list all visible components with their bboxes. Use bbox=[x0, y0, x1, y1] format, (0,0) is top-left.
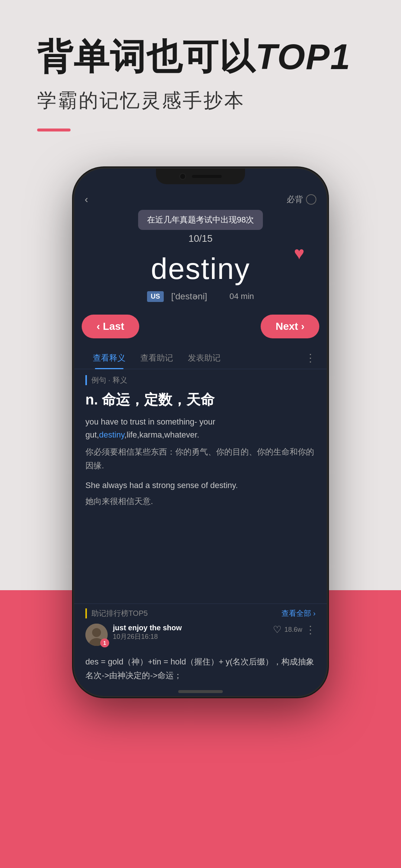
example2-zh: 她向来很相信天意. bbox=[85, 495, 316, 508]
phone-screen: ‹ 必背 在近几年真题考试中出现98次 10/15 ♥ bbox=[74, 169, 327, 696]
time-label: 04 min bbox=[229, 292, 254, 301]
notch-camera bbox=[179, 173, 186, 180]
bottom-indicator bbox=[178, 690, 223, 693]
progress-tooltip: 在近几年真题考试中出现98次 bbox=[138, 210, 263, 230]
mnemonic-section: 助记排行榜TOP5 查看全部 › bbox=[74, 604, 327, 650]
page-wrapper: 背单词也可以TOP1 学霸的记忆灵感手抄本 ‹ 必背 bbox=[0, 0, 401, 868]
mnemonic-title: 助记排行榜TOP5 bbox=[85, 608, 148, 618]
example2-text: She always had a strong sense of destiny… bbox=[85, 479, 316, 492]
example1-en2: ,life,karma,whatever. bbox=[124, 430, 199, 439]
main-title-text: 背单词也可以 bbox=[37, 37, 255, 77]
header-section: 背单词也可以TOP1 学霸的记忆灵感手抄本 bbox=[0, 0, 401, 146]
view-all-button[interactable]: 查看全部 › bbox=[281, 608, 316, 618]
svg-point-1 bbox=[92, 628, 101, 637]
word-type: n. 命运，定数，天命 bbox=[85, 390, 316, 409]
phone-container: ‹ 必背 在近几年真题考试中出现98次 10/15 ♥ bbox=[74, 169, 327, 696]
nav-buttons: ‹ Last Next › bbox=[74, 306, 327, 347]
mnemonic-card: 1 just enjoy the show 10月26日16:18 ♡ 18.6… bbox=[85, 624, 316, 646]
definition-section-label: 例句 · 释义 bbox=[85, 375, 316, 385]
notch-speaker bbox=[192, 175, 222, 178]
example1-zh: 你必须要相信某些东西：你的勇气、你的目的、你的生命和你的因缘. bbox=[85, 445, 316, 473]
tab-mnemonic-label: 查看助记 bbox=[140, 353, 173, 363]
phonetic-text: ['destəni] bbox=[171, 291, 207, 302]
example2-en-prefix: She always had a strong sense of bbox=[85, 481, 210, 490]
tab-definition-label: 查看释义 bbox=[93, 353, 125, 363]
main-title: 背单词也可以TOP1 bbox=[37, 37, 371, 77]
sub-title: 学霸的记忆灵感手抄本 bbox=[37, 88, 371, 114]
avatar-badge: 1 bbox=[100, 638, 109, 647]
must-memorize-toggle[interactable]: 必背 bbox=[287, 194, 316, 205]
must-circle-icon bbox=[306, 194, 316, 205]
mnemonic-actions: ♡ 18.6w ⋮ bbox=[273, 624, 316, 636]
tabs-more-icon[interactable]: ⋮ bbox=[305, 352, 316, 364]
like-count: 18.6w bbox=[284, 626, 302, 634]
last-button[interactable]: ‹ Last bbox=[82, 315, 139, 338]
back-button[interactable]: ‹ bbox=[85, 194, 88, 205]
progress-counter: 10/15 bbox=[74, 233, 327, 244]
progress-tooltip-text: 在近几年真题考试中出现98次 bbox=[147, 215, 254, 224]
like-icon[interactable]: ♡ bbox=[273, 624, 281, 635]
us-badge[interactable]: US bbox=[147, 291, 164, 302]
tab-post-mnemonic[interactable]: 发表助记 bbox=[180, 347, 228, 369]
heart-icon[interactable]: ♥ bbox=[294, 243, 305, 263]
more-dots-icon[interactable]: ⋮ bbox=[305, 624, 316, 636]
example2-highlight: destiny bbox=[210, 481, 235, 490]
top-bar: ‹ 必背 bbox=[74, 189, 327, 210]
avatar-wrap: 1 bbox=[85, 624, 108, 646]
mnemonic-text: des = gold（神）+tin = hold（握住）+ y(名次后缀），构成… bbox=[74, 650, 327, 687]
must-label: 必背 bbox=[287, 194, 303, 205]
notch bbox=[156, 169, 245, 184]
next-button[interactable]: Next › bbox=[261, 315, 319, 338]
tab-post-mnemonic-label: 发表助记 bbox=[188, 353, 221, 363]
example1-text: you have to trust in something- your gut… bbox=[85, 415, 316, 441]
mnemonic-header: 助记排行榜TOP5 查看全部 › bbox=[85, 608, 316, 618]
word-section: destiny US ['destəni] 04 min bbox=[74, 244, 327, 306]
tab-mnemonic[interactable]: 查看助记 bbox=[133, 347, 180, 369]
mnemonic-info: just enjoy the show 10月26日16:18 bbox=[113, 624, 268, 641]
phonetics-row: US ['destəni] 04 min bbox=[89, 291, 312, 302]
example1-highlight: destiny bbox=[99, 430, 124, 439]
mnemonic-author: just enjoy the show bbox=[113, 624, 268, 632]
example2-en-suffix: . bbox=[235, 481, 238, 490]
screen-content: ‹ 必背 在近几年真题考试中出现98次 10/15 ♥ bbox=[74, 169, 327, 696]
divider-line bbox=[37, 129, 71, 131]
phone-frame: ‹ 必背 在近几年真题考试中出现98次 10/15 ♥ bbox=[74, 169, 327, 696]
mnemonic-date: 10月26日16:18 bbox=[113, 632, 268, 641]
tabs-bar: 查看释义 查看助记 发表助记 ⋮ bbox=[74, 347, 327, 369]
definition-section: 例句 · 释义 n. 命运，定数，天命 you have to trust in… bbox=[74, 369, 327, 604]
tab-definition[interactable]: 查看释义 bbox=[85, 347, 133, 369]
main-word: destiny bbox=[89, 252, 312, 286]
main-title-highlight: TOP1 bbox=[255, 37, 351, 77]
